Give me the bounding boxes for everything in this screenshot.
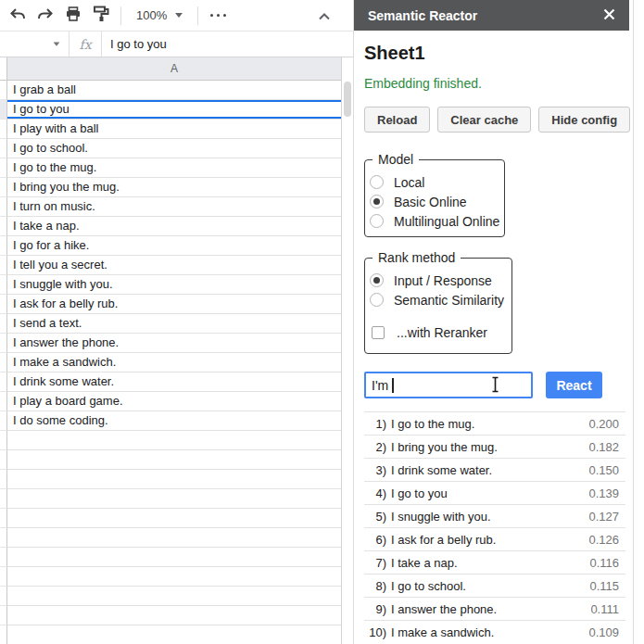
cell[interactable]: I go to you <box>7 100 341 120</box>
column-header-a[interactable]: A <box>7 57 341 80</box>
reranker-checkbox[interactable] <box>372 326 385 339</box>
sheet-row: I do some coding. <box>0 411 353 431</box>
row-header[interactable] <box>0 139 7 158</box>
row-header[interactable] <box>0 197 7 217</box>
row-header[interactable] <box>0 256 7 275</box>
row-header[interactable] <box>0 120 7 139</box>
row-header[interactable] <box>0 295 7 314</box>
model-option[interactable]: Multilingual Online <box>370 211 497 231</box>
cell[interactable]: I snuggle with you. <box>7 275 341 295</box>
sheet-row: I play a board game. <box>0 392 353 411</box>
model-radio[interactable] <box>370 214 384 228</box>
cell[interactable]: I grab a ball <box>7 81 341 100</box>
cell[interactable]: I ask for a belly rub. <box>7 295 341 314</box>
row-header[interactable] <box>0 470 7 489</box>
rank-method-option[interactable]: Input / Response <box>370 271 504 290</box>
cell[interactable]: I do some coding. <box>7 411 341 431</box>
row-header[interactable] <box>0 334 7 353</box>
cell[interactable]: I go for a hike. <box>7 236 341 256</box>
undo-button[interactable] <box>4 4 32 28</box>
more-options-button[interactable] <box>204 4 232 28</box>
result-rank: 1) <box>364 417 386 431</box>
cell[interactable]: I turn on music. <box>7 197 341 217</box>
cell[interactable]: I play a board game. <box>7 392 341 411</box>
cell[interactable]: I drink some water. <box>7 373 341 392</box>
query-input[interactable]: I'm <box>364 372 533 398</box>
model-radio[interactable] <box>370 195 384 208</box>
row-header[interactable] <box>0 392 7 411</box>
sheet-scrollbar-track[interactable] <box>341 57 353 644</box>
row-header[interactable] <box>0 567 7 587</box>
row-header[interactable] <box>0 625 7 644</box>
react-button[interactable]: React <box>546 372 602 398</box>
row-header[interactable] <box>0 528 7 548</box>
row-header[interactable] <box>0 450 7 470</box>
model-option[interactable]: Basic Online <box>370 192 497 211</box>
row-header[interactable] <box>0 431 7 450</box>
cell[interactable]: I go to school. <box>7 139 341 158</box>
result-rank: 5) <box>364 510 386 524</box>
row-header[interactable] <box>0 606 7 625</box>
sheet-row <box>0 567 353 587</box>
cell[interactable] <box>7 567 341 587</box>
row-header[interactable] <box>0 314 7 334</box>
paint-format-button[interactable] <box>87 4 115 28</box>
print-button[interactable] <box>59 4 87 28</box>
row-header[interactable] <box>0 158 7 178</box>
cell[interactable] <box>7 625 341 644</box>
reranker-option[interactable]: ...with Reranker <box>370 323 504 342</box>
cell[interactable] <box>7 431 341 450</box>
cell[interactable] <box>7 509 341 528</box>
result-text: I answer the phone. <box>391 602 590 616</box>
row-header[interactable] <box>0 81 7 100</box>
row-header[interactable] <box>0 275 7 295</box>
result-score: 0.111 <box>590 602 625 616</box>
row-header[interactable] <box>0 548 7 567</box>
row-header[interactable] <box>0 587 7 606</box>
cell[interactable] <box>7 450 341 470</box>
cell[interactable]: I go to the mug. <box>7 158 341 178</box>
row-header[interactable] <box>0 509 7 528</box>
cell[interactable]: I answer the phone. <box>7 334 341 353</box>
redo-button[interactable] <box>32 4 59 28</box>
reload-button[interactable]: Reload <box>364 107 430 133</box>
cell[interactable]: I tell you a secret. <box>7 256 341 275</box>
rank-method-option-label: Semantic Similarity <box>394 293 504 308</box>
hide-menus-button[interactable] <box>310 4 338 28</box>
rank-method-radio[interactable] <box>370 293 384 307</box>
cell[interactable]: I make a sandwich. <box>7 353 341 373</box>
row-header[interactable] <box>0 236 7 256</box>
row-header[interactable] <box>0 178 7 197</box>
sheet-scrollbar-thumb[interactable] <box>344 82 351 117</box>
sheet-row <box>0 548 353 567</box>
cell[interactable]: I take a nap. <box>7 217 341 236</box>
row-header[interactable] <box>0 373 7 392</box>
cell[interactable] <box>7 528 341 548</box>
row-header[interactable] <box>0 489 7 509</box>
row-header[interactable] <box>0 217 7 236</box>
rank-method-option[interactable]: Semantic Similarity <box>370 290 504 309</box>
row-header[interactable] <box>0 411 7 431</box>
row-header[interactable] <box>0 100 7 120</box>
name-box-dropdown[interactable] <box>0 32 69 57</box>
formula-input[interactable]: I go to you <box>110 37 167 51</box>
cell[interactable]: I play with a ball <box>7 120 341 139</box>
cell[interactable] <box>7 470 341 489</box>
clear-cache-button[interactable]: Clear cache <box>437 107 531 133</box>
cell[interactable] <box>7 548 341 567</box>
close-panel-button[interactable] <box>599 6 619 26</box>
row-header[interactable] <box>0 353 7 373</box>
cell[interactable] <box>7 606 341 625</box>
rank-method-radio[interactable] <box>370 273 384 287</box>
cell[interactable] <box>7 587 341 606</box>
sheet-row: I go to school. <box>0 139 353 158</box>
reranker-label: ...with Reranker <box>397 325 487 340</box>
hide-config-button[interactable]: Hide config <box>538 107 630 133</box>
cell[interactable] <box>7 489 341 509</box>
cell[interactable]: I bring you the mug. <box>7 178 341 197</box>
select-all-corner[interactable] <box>0 57 7 80</box>
model-radio[interactable] <box>370 175 384 189</box>
zoom-select[interactable]: 100% <box>127 4 192 28</box>
cell[interactable]: I send a text. <box>7 314 341 334</box>
model-option[interactable]: Local <box>370 172 497 192</box>
